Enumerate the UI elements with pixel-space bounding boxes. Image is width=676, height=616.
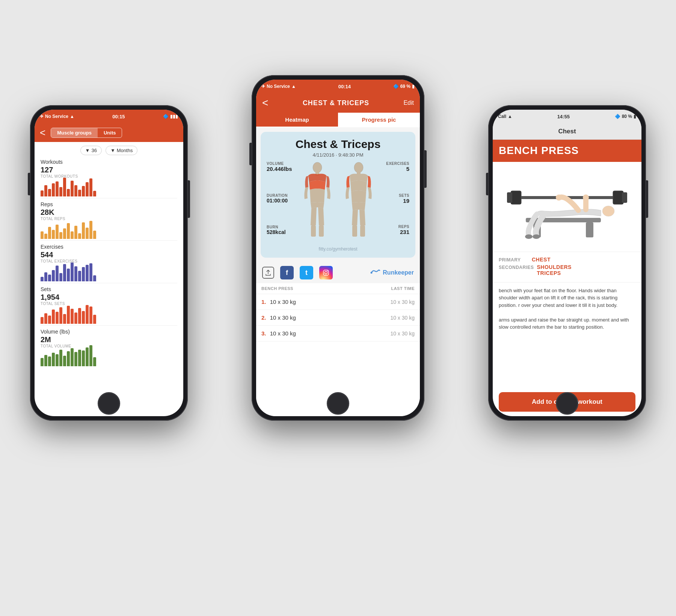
right-nav-bar: Chest (493, 123, 641, 140)
center-nav-bar: < CHEST & TRICEPS Edit (256, 93, 420, 113)
tab-progress-pic[interactable]: Progress pic (338, 113, 420, 127)
facebook-share-button[interactable]: f (280, 266, 294, 279)
instagram-share-button[interactable] (319, 266, 333, 279)
bar (44, 272, 47, 281)
bar (63, 264, 66, 281)
bar (67, 223, 70, 239)
exercise-name: BENCH PRESS (499, 145, 635, 157)
exercise-row-left: 1. 10 x 30 kg (261, 299, 296, 305)
exercise-last-3: 10 x 30 kg (390, 331, 415, 337)
svg-rect-17 (507, 192, 512, 203)
left-battery: ▮▮▮ (170, 114, 178, 119)
right-home-button[interactable] (556, 392, 578, 415)
divider (41, 283, 177, 283)
bar (41, 317, 44, 324)
left-status-bar: ✈ No Service ▲ 00:15 🔷 ▮▮▮ (35, 110, 183, 123)
bar (71, 181, 74, 196)
left-service-text: No Service (45, 114, 68, 119)
twitter-share-button[interactable]: t (300, 266, 313, 279)
runkeeper-text: runkeeper (383, 269, 414, 276)
filter-period: Months (117, 148, 133, 153)
exercise-num-1: 1. (261, 299, 266, 305)
bar (48, 227, 51, 239)
count-filter[interactable]: ▼ 36 (80, 146, 102, 155)
reps-value: 28K (41, 208, 177, 217)
description-text: bench with your feet flat on the floor. … (499, 287, 635, 309)
bar (86, 305, 89, 324)
center-status-right: 🔷 69 % ▮ (393, 84, 415, 89)
instagram-icon (323, 269, 329, 276)
volume-sub: TOTAL VOLUME (41, 344, 177, 348)
left-time: 00:15 (112, 114, 125, 119)
center-battery-icon: ▮ (412, 84, 415, 89)
bar (71, 309, 74, 324)
heatmap-container: VOLUME 20.446lbs EXERCISES 5 DURATION (267, 162, 409, 244)
bar (82, 350, 85, 366)
center-edit-button[interactable]: Edit (403, 100, 414, 106)
exercise-row-1[interactable]: 1. 10 x 30 kg 10 x 30 kg (256, 294, 420, 310)
svg-rect-14 (586, 222, 593, 237)
bar (41, 277, 44, 281)
upload-icon (265, 270, 271, 276)
runkeeper-logo: runkeeper (370, 268, 414, 277)
reps-label: Reps (41, 201, 177, 207)
bar (48, 189, 51, 196)
left-back-button[interactable]: < (40, 128, 45, 137)
primary-label: PRIMARY (499, 257, 529, 263)
phone-left-screen: ✈ No Service ▲ 00:15 🔷 ▮▮▮ < Muscle grou… (35, 110, 183, 416)
exercise-row-2[interactable]: 2. 10 x 30 kg 10 x 30 kg (256, 310, 420, 326)
share-upload-button[interactable] (262, 267, 274, 279)
bar (93, 315, 96, 324)
bar (86, 228, 89, 239)
bar (89, 306, 92, 324)
period-filter[interactable]: ▼ Months (106, 146, 138, 155)
center-phone-content: ✈ No Service ▲ 00:14 🔷 69 % ▮ < CHEST & … (256, 80, 420, 416)
svg-rect-6 (352, 225, 357, 237)
center-bt-icon: 🔷 (393, 84, 399, 89)
svg-rect-7 (360, 225, 365, 237)
bar (93, 357, 96, 366)
sets-value: 1,954 (41, 293, 177, 302)
scene: ✈ No Service ▲ 00:15 🔷 ▮▮▮ < Muscle grou… (0, 0, 676, 616)
center-time: 00:14 (338, 84, 351, 89)
seg-muscle-groups[interactable]: Muscle groups (51, 128, 98, 137)
left-home-button[interactable] (98, 392, 120, 415)
bar (41, 358, 44, 366)
center-back-button[interactable]: < (262, 98, 268, 108)
exercise-last-2: 10 x 30 kg (390, 315, 415, 321)
center-home-button[interactable] (327, 392, 349, 415)
bar (71, 348, 74, 366)
center-battery: 69 % (400, 84, 410, 89)
secondary-1: SHOULDERS (537, 264, 572, 270)
left-bt-icon: 🔷 (163, 114, 169, 119)
right-status-right: 🔷 80 % ▮ (615, 114, 636, 119)
filter-row: ▼ 36 ▼ Months (35, 142, 183, 157)
body-front-svg (302, 162, 332, 237)
airplane-icon: ✈ (40, 114, 44, 119)
bar (89, 263, 92, 281)
bar (67, 306, 70, 324)
bar (89, 221, 92, 239)
body-back-svg (344, 162, 374, 237)
exercise-set-3: 10 x 30 kg (270, 330, 296, 337)
bar (56, 312, 59, 324)
volume-label: Volume (lbs) (41, 329, 177, 335)
seg-units[interactable]: Units (98, 128, 122, 137)
exercises-chart (35, 264, 183, 283)
workouts-label: Workouts (41, 159, 177, 165)
right-nav-title: Chest (558, 128, 576, 135)
secondaries-values: SHOULDERS TRICEPS (537, 264, 572, 276)
segment-control[interactable]: Muscle groups Units (51, 128, 122, 138)
phone-left: ✈ No Service ▲ 00:15 🔷 ▮▮▮ < Muscle grou… (30, 105, 188, 421)
exercise-header-last: LAST TIME (391, 286, 415, 291)
reps-chart (35, 222, 183, 240)
exercise-row-3[interactable]: 3. 10 x 30 kg 10 x 30 kg (256, 326, 420, 341)
tab-heatmap[interactable]: Heatmap (256, 113, 338, 127)
phone-right: Call ▲ 14:55 🔷 80 % ▮ Chest BENC (488, 105, 646, 421)
filter-count: 36 (91, 148, 97, 153)
share-row: f t (256, 262, 420, 283)
bar (74, 266, 77, 281)
exercise-description: bench with your feet flat on the floor. … (493, 282, 641, 388)
svg-rect-18 (613, 191, 623, 204)
divider (41, 240, 177, 241)
